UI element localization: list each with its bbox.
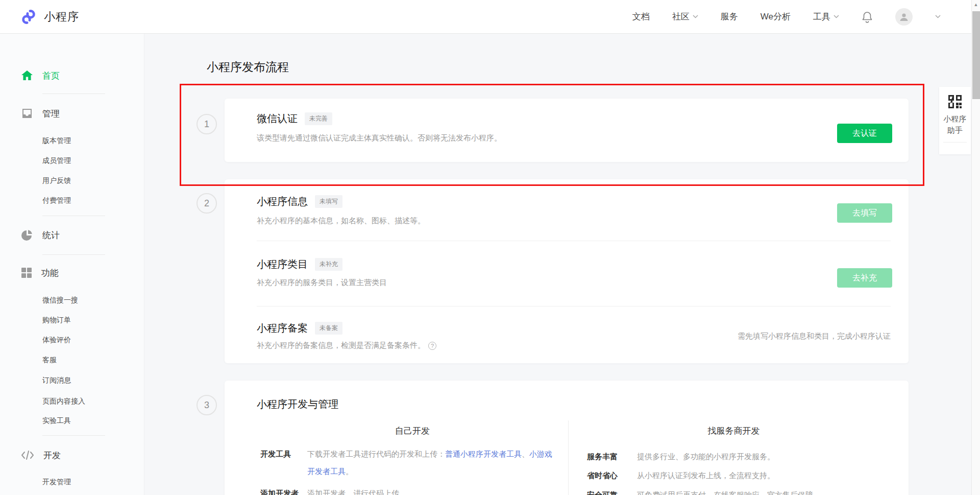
status-badge: 未补充	[315, 258, 342, 271]
column-header-provider-develop: 找服务商开发	[577, 425, 891, 437]
card-description: 补充小程序的服务类目，设置主营类目	[257, 278, 387, 288]
nav-docs[interactable]: 文档	[632, 11, 650, 22]
sidebar-divider	[42, 93, 105, 94]
page-title: 小程序发布流程	[207, 59, 289, 75]
sidebar-item-experience-review[interactable]: 体验评价	[42, 335, 71, 345]
sidebar-divider	[42, 254, 105, 255]
card-description: 补充小程序的基本信息，如名称、图标、描述等。	[257, 216, 425, 226]
sidebar-item-develop[interactable]: 开发	[21, 448, 61, 462]
link-standard-devtools[interactable]: 普通小程序开发者工具	[445, 450, 522, 458]
qr-code-icon	[939, 87, 971, 109]
grid-icon	[21, 267, 32, 278]
sidebar-divider	[42, 216, 105, 216]
pie-chart-icon	[21, 229, 33, 241]
miniprogram-logo-icon	[20, 9, 37, 25]
row-label: 添加开发者	[260, 487, 307, 495]
row-text: 下载开发者工具进行代码的开发和上传：普通小程序开发者工具、小游戏开发者工具。	[307, 445, 558, 480]
brand[interactable]: 小程序	[20, 9, 79, 25]
sidebar-item-label: 管理	[42, 108, 60, 120]
sidebar-item-user-feedback[interactable]: 用户反馈	[42, 176, 71, 186]
sidebar-item-customer-service[interactable]: 客服	[42, 355, 57, 365]
user-avatar[interactable]	[895, 8, 913, 26]
status-badge: 未备案	[315, 322, 342, 335]
brand-title: 小程序	[44, 9, 79, 25]
go-fill-info-button[interactable]: 去填写	[837, 203, 892, 223]
sidebar-item-develop-manage[interactable]: 开发管理	[42, 477, 71, 487]
sidebar-item-label: 开发	[43, 450, 61, 461]
nav-tools[interactable]: 工具	[813, 11, 839, 22]
provider-row: 服务丰富 提供多行业、多功能的小程序开发服务。	[587, 450, 888, 463]
sidebar-item-stats[interactable]: 统计	[21, 228, 60, 242]
go-verify-button[interactable]: 去认证	[837, 124, 892, 143]
account-chevron-down-icon[interactable]	[935, 15, 941, 18]
card-develop-and-manage: 小程序开发与管理 自己开发 找服务商开发 开发工具 下载开发者工具进行代码的开发…	[225, 381, 909, 495]
provider-row: 安全可靠 可免费试用后再支付，在线客服响应，官方售后保障	[587, 488, 888, 495]
sidebar-item-label: 功能	[41, 267, 59, 279]
row-text: 可免费试用后再支付，在线客服响应，官方售后保障	[637, 488, 888, 495]
nav-we-analysis[interactable]: We分析	[761, 11, 791, 22]
sidebar-item-label: 首页	[42, 70, 60, 82]
miniprogram-assistant-widget[interactable]: 小程序助手	[939, 87, 971, 154]
nav-service[interactable]: 服务	[721, 11, 738, 22]
help-icon[interactable]: ?	[428, 342, 436, 350]
step-3-number: 3	[197, 395, 217, 415]
sidebar-item-subscribe-message[interactable]: 订阅消息	[42, 375, 71, 386]
code-icon	[21, 450, 34, 460]
sidebar-item-features[interactable]: 功能	[21, 266, 59, 280]
status-badge: 未填写	[315, 195, 342, 208]
column-header-self-develop: 自己开发	[257, 425, 568, 437]
sidebar-item-home[interactable]: 首页	[21, 68, 60, 83]
column-divider	[568, 420, 569, 495]
sidebar-item-payment-manage[interactable]: 付费管理	[42, 196, 71, 206]
nav-community[interactable]: 社区	[672, 11, 698, 22]
sidebar-item-manage[interactable]: 管理	[21, 106, 60, 121]
card-description: 该类型请先通过微信认证完成主体真实性确认。否则将无法发布小程序。	[257, 133, 502, 143]
go-add-category-button[interactable]: 去补充	[837, 268, 892, 288]
home-icon	[21, 70, 33, 81]
widget-divider	[943, 142, 967, 143]
dev-tools-row: 开发工具 下载开发者工具进行代码的开发和上传：普通小程序开发者工具、小游戏开发者…	[260, 445, 558, 480]
row-label: 省时省心	[587, 469, 637, 482]
top-navbar: 小程序 文档 社区 服务 We分析 工具	[0, 0, 980, 34]
card-title: 小程序类目	[257, 257, 308, 271]
row-text: 提供多行业、多功能的小程序开发服务。	[637, 450, 888, 463]
row-label: 服务丰富	[587, 450, 637, 463]
card-title: 小程序开发与管理	[257, 397, 338, 411]
sidebar-item-label: 统计	[42, 229, 60, 241]
vertical-scrollbar[interactable]: ▲	[971, 0, 980, 495]
row-label: 开发工具	[260, 445, 307, 463]
row-divider	[257, 306, 891, 307]
row-divider	[257, 241, 891, 241]
chevron-down-icon	[693, 15, 698, 18]
chevron-down-icon	[834, 15, 839, 18]
add-developer-row: 添加开发者 添加开发者，进行代码上传。	[260, 487, 558, 495]
sidebar-item-member-manage[interactable]: 成员管理	[42, 156, 71, 166]
nav-menu: 文档 社区 服务 We分析 工具	[632, 8, 941, 26]
scrollbar-up-arrow[interactable]: ▲	[972, 2, 980, 7]
step-1-number: 1	[197, 114, 217, 134]
card-title: 微信认证	[257, 112, 298, 126]
sidebar-item-page-content-access[interactable]: 页面内容接入	[42, 396, 85, 407]
card-miniprogram-setup: 小程序信息 未填写 补充小程序的基本信息，如名称、图标、描述等。 去填写 小程序…	[225, 179, 909, 363]
sidebar: 首页 管理 版本管理 成员管理 用户反馈 付费管理 统计 功能	[0, 34, 144, 495]
sidebar-item-version-manage[interactable]: 版本管理	[42, 136, 71, 146]
sidebar-item-wechat-search[interactable]: 微信搜一搜	[42, 295, 78, 305]
row-label: 安全可靠	[587, 488, 637, 495]
sidebar-item-shopping-orders[interactable]: 购物订单	[42, 315, 71, 325]
card-title: 小程序信息	[257, 195, 308, 208]
page: 小程序 文档 社区 服务 We分析 工具	[0, 0, 980, 495]
sidebar-divider	[42, 435, 105, 436]
card-title: 小程序备案	[257, 321, 308, 335]
icp-prerequisite-note: 需先填写小程序信息和类目，完成小程序认证	[738, 332, 891, 341]
step-2-number: 2	[197, 193, 217, 214]
notification-bell-icon[interactable]	[862, 11, 873, 23]
status-badge: 未完善	[305, 112, 332, 125]
assistant-widget-label: 小程序助手	[939, 113, 971, 136]
row-text: 添加开发者，进行代码上传。	[307, 487, 558, 495]
card-description: 补充小程序的备案信息，检测是否满足备案条件。 ?	[257, 341, 436, 350]
scrollbar-thumb[interactable]	[972, 11, 980, 99]
sidebar-item-experiment-tools[interactable]: 实验工具	[42, 416, 71, 426]
card-wechat-verification: 微信认证 未完善 该类型请先通过微信认证完成主体真实性确认。否则将无法发布小程序…	[225, 99, 909, 162]
icp-desc-text: 补充小程序的备案信息，检测是否满足备案条件。	[257, 341, 425, 350]
inbox-icon	[21, 108, 33, 119]
